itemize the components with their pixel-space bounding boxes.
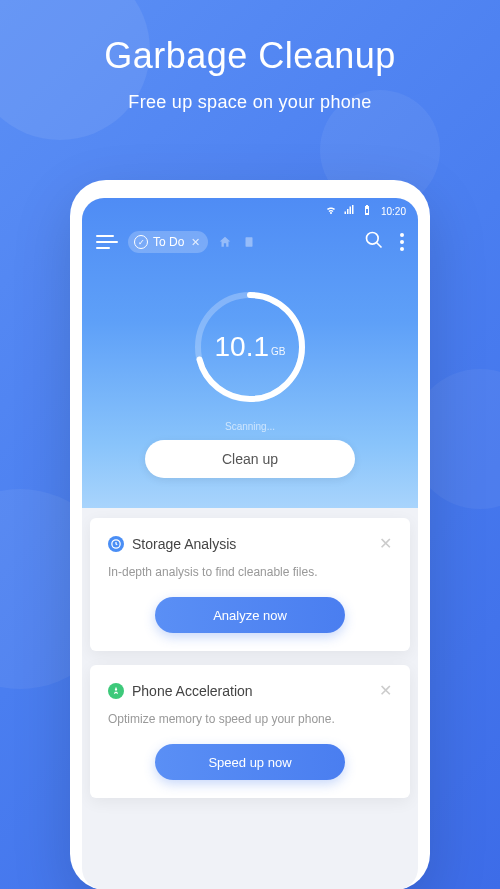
phone-acceleration-card: Phone Acceleration ✕ Optimize memory to … <box>90 665 410 798</box>
card-description: Optimize memory to speed up your phone. <box>108 712 392 726</box>
storage-analysis-card: Storage Analysis ✕ In-depth analysis to … <box>90 518 410 651</box>
status-time: 10:20 <box>381 206 406 217</box>
card-description: In-depth analysis to find cleanable file… <box>108 565 392 579</box>
search-icon[interactable] <box>364 230 384 254</box>
close-icon[interactable]: ✕ <box>379 534 392 553</box>
clock-icon <box>108 536 124 552</box>
rocket-icon <box>108 683 124 699</box>
menu-icon[interactable] <box>96 235 118 249</box>
card-title: Phone Acceleration <box>132 683 371 699</box>
wifi-icon <box>325 204 337 218</box>
tab-icons <box>218 235 256 249</box>
home-icon[interactable] <box>218 235 232 249</box>
svg-point-1 <box>367 233 379 245</box>
chip-close-icon[interactable]: ✕ <box>191 236 200 249</box>
signal-icon <box>343 204 355 218</box>
page-icon[interactable] <box>242 235 256 249</box>
gauge-unit: GB <box>271 346 285 357</box>
chip-label: To Do <box>153 235 184 249</box>
app-header: 10:20 ✓ To Do ✕ <box>82 198 418 508</box>
card-title: Storage Analysis <box>132 536 371 552</box>
nav-bar: ✓ To Do ✕ <box>82 222 418 262</box>
todo-chip[interactable]: ✓ To Do ✕ <box>128 231 208 253</box>
speedup-button[interactable]: Speed up now <box>155 744 345 780</box>
gauge-value: 10.1 <box>215 331 270 363</box>
more-icon[interactable] <box>400 233 404 251</box>
svg-line-2 <box>377 243 382 248</box>
scan-status: Scanning... <box>82 421 418 432</box>
battery-icon <box>361 204 373 218</box>
status-bar: 10:20 <box>82 198 418 222</box>
close-icon[interactable]: ✕ <box>379 681 392 700</box>
phone-mockup: 10:20 ✓ To Do ✕ <box>70 180 430 889</box>
svg-rect-0 <box>246 237 253 246</box>
analyze-button[interactable]: Analyze now <box>155 597 345 633</box>
cleanup-button[interactable]: Clean up <box>145 440 355 478</box>
storage-gauge: 10.1 GB <box>190 287 310 407</box>
check-icon: ✓ <box>134 235 148 249</box>
